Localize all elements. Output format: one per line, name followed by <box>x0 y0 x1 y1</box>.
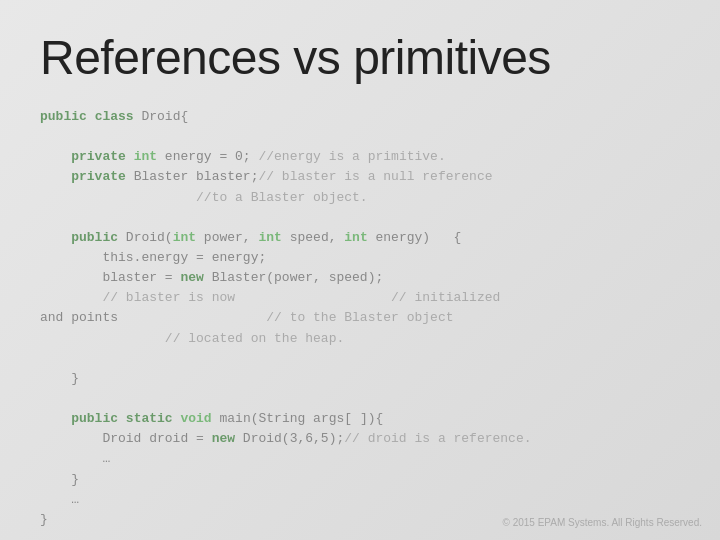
keyword-class: class <box>95 109 134 124</box>
slide-title: References vs primitives <box>40 30 680 85</box>
keyword-void: void <box>180 411 211 426</box>
keyword-int-1: int <box>134 149 157 164</box>
slide: References vs primitives public class Dr… <box>0 0 720 540</box>
comment-5: // to the Blaster object <box>266 310 453 325</box>
comment-6: // located on the heap. <box>165 331 344 346</box>
keyword-public-1: public <box>40 109 87 124</box>
comment-1: //energy is a primitive. <box>258 149 445 164</box>
keyword-private-1: private <box>71 149 126 164</box>
keyword-new-2: new <box>212 431 235 446</box>
keyword-int-4: int <box>344 230 367 245</box>
code-block: public class Droid{ private int energy =… <box>40 107 680 530</box>
keyword-static: static <box>126 411 173 426</box>
keyword-public-2: public <box>71 230 118 245</box>
keyword-private-2: private <box>71 169 126 184</box>
code-pre: public class Droid{ private int energy =… <box>40 107 680 530</box>
keyword-int-2: int <box>173 230 196 245</box>
copyright: © 2015 EPAM Systems. All Rights Reserved… <box>503 517 702 528</box>
comment-4: // blaster is now // initialized <box>102 290 500 305</box>
keyword-public-3: public <box>71 411 118 426</box>
keyword-new-1: new <box>180 270 203 285</box>
comment-3: //to a Blaster object. <box>196 190 368 205</box>
keyword-int-3: int <box>258 230 281 245</box>
comment-2: // blaster is a null reference <box>258 169 492 184</box>
comment-7: // droid is a reference. <box>344 431 531 446</box>
